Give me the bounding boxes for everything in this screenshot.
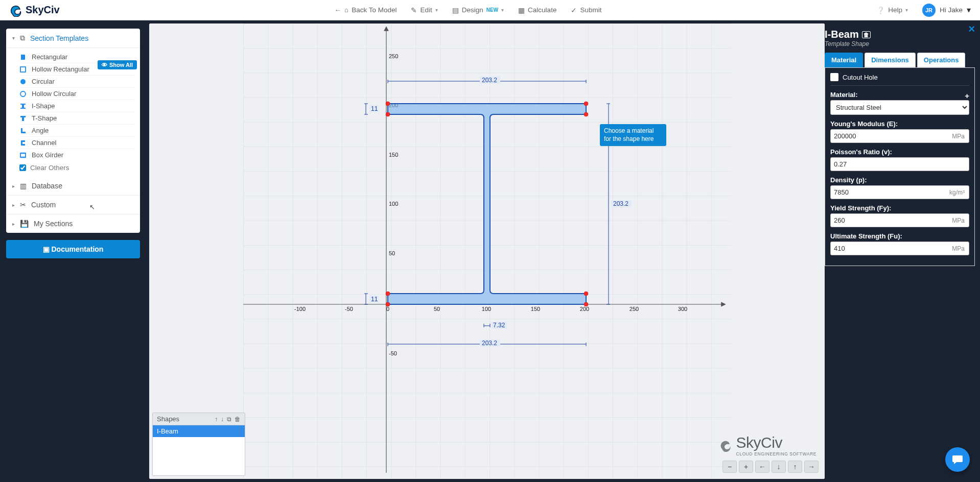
material-label: Material:	[830, 91, 857, 99]
delete-button[interactable]: 🗑	[235, 416, 241, 423]
tab-material[interactable]: Material	[825, 53, 863, 67]
svg-text:203.2: 203.2	[482, 77, 497, 84]
database-header[interactable]: ▸ ▥ Database	[6, 177, 140, 196]
help-label: Help	[888, 6, 902, 14]
channel-icon	[19, 139, 27, 147]
i-shape-icon	[19, 103, 27, 110]
move-down-button[interactable]: ↓	[221, 416, 224, 423]
template-angle[interactable]: Angle	[19, 125, 134, 137]
calculate-button[interactable]: ▦ Calculate	[518, 6, 556, 14]
ultimate-strength-input[interactable]	[831, 242, 948, 255]
box-girder-icon	[19, 152, 27, 159]
poisson-ratio-input[interactable]	[831, 158, 969, 171]
svg-text:0: 0	[386, 306, 389, 312]
trash-icon[interactable]: 🗑	[862, 31, 871, 38]
material-select[interactable]: Structural Steel	[831, 101, 969, 114]
database-icon: ▥	[20, 182, 27, 190]
tmpl-label: Rectangular	[32, 53, 67, 61]
book-icon: ▣	[43, 245, 52, 253]
unit-mpa: MPa	[948, 245, 969, 252]
pan-down-button[interactable]: ↓	[772, 461, 786, 473]
my-sections-header[interactable]: ▸ 💾 My Sections	[6, 214, 140, 233]
hollow-circle-icon	[19, 90, 27, 98]
tab-dimensions[interactable]: Dimensions	[865, 53, 916, 67]
svg-text:-50: -50	[345, 306, 353, 312]
yield-strength-input[interactable]	[831, 214, 948, 227]
close-panel-button[interactable]: ×	[968, 22, 975, 36]
svg-text:150: 150	[389, 152, 398, 158]
poisson-label: Poisson's Ratio (v):	[830, 148, 969, 156]
t-shape-icon	[19, 115, 27, 122]
custom-label: Custom	[31, 201, 56, 209]
custom-header[interactable]: ▸ ✂ Custom ↖	[6, 196, 140, 214]
wm-sub: CLOUD ENGINEERING SOFTWARE	[736, 451, 816, 456]
unit-mpa: MPa	[948, 217, 969, 224]
tmpl-label: I-Shape	[32, 102, 55, 110]
pan-right-button[interactable]: →	[804, 461, 819, 473]
move-up-button[interactable]: ↑	[215, 416, 218, 423]
unit-kgm3: kg/m³	[945, 189, 969, 196]
density-input[interactable]	[831, 186, 945, 199]
back-to-model-button[interactable]: ← ⌂ Back To Model	[335, 6, 397, 14]
checkbox-icon[interactable]	[830, 73, 838, 81]
calculator-icon: ▦	[518, 6, 525, 14]
svg-rect-1	[20, 67, 26, 72]
template-hollow-circular[interactable]: Hollow Circular	[19, 88, 134, 100]
section-canvas[interactable]: -100 -50 0 50 100 150 200 250 300 250 20…	[149, 23, 825, 479]
chat-button[interactable]	[945, 447, 970, 472]
template-box-girder[interactable]: Box Girder	[19, 149, 134, 161]
shapes-panel: Shapes ↑ ↓ ⧉ 🗑 I-Beam	[152, 413, 245, 476]
watermark: SkyCiv CLOUD ENGINEERING SOFTWARE	[719, 434, 816, 456]
svg-text:200: 200	[580, 306, 589, 312]
section-templates-header[interactable]: ▾ ⧉ Section Templates	[6, 29, 140, 48]
template-circular[interactable]: Circular	[19, 76, 134, 88]
user-avatar[interactable]: JR	[922, 4, 936, 17]
documentation-button[interactable]: ▣ Documentation	[6, 240, 140, 258]
young-modulus-input[interactable]	[831, 130, 948, 142]
svg-point-25	[386, 102, 390, 106]
design-menu[interactable]: ▤ Design NEW ▾	[452, 6, 504, 14]
hollow-rect-icon	[19, 66, 27, 73]
density-label: Density (p):	[830, 176, 969, 184]
clear-label: Clear Others	[30, 164, 69, 172]
zoom-in-button[interactable]: +	[739, 461, 753, 473]
doc-label: Documentation	[52, 245, 104, 253]
model-icon: ⌂	[344, 6, 348, 14]
tmpl-label: Circular	[32, 78, 55, 85]
duplicate-button[interactable]: ⧉	[227, 416, 231, 423]
cursor-icon: ↖	[89, 203, 95, 211]
template-i-shape[interactable]: I-Shape	[19, 100, 134, 112]
svg-text:50: 50	[434, 306, 440, 312]
edit-menu[interactable]: ✎ Edit ▾	[411, 6, 437, 14]
pan-up-button[interactable]: ↑	[788, 461, 802, 473]
chevron-down-icon: ▾	[435, 7, 438, 13]
svg-text:100: 100	[389, 201, 398, 207]
top-nav-bar: SkyCiv ← ⌂ Back To Model ✎ Edit ▾ ▤ Desi…	[0, 0, 980, 20]
chevron-down-icon: ▾	[501, 7, 504, 13]
clear-others-toggle[interactable]: Clear Others	[19, 161, 134, 172]
clear-others-checkbox[interactable]	[19, 164, 26, 171]
show-all-button[interactable]: 👁 Show All	[98, 60, 137, 69]
show-all-label: Show All	[109, 62, 133, 68]
shape-row-ibeam[interactable]: I-Beam	[153, 425, 245, 437]
svg-text:100: 100	[482, 306, 491, 312]
svg-point-26	[584, 102, 588, 106]
pencil-icon: ✎	[411, 6, 417, 14]
logo[interactable]: SkyCiv	[9, 4, 60, 17]
tmpl-label: T-Shape	[32, 114, 57, 122]
cutout-label: Cutout Hole	[843, 74, 878, 81]
template-t-shape[interactable]: T-Shape	[19, 112, 134, 125]
submit-button[interactable]: ✓ Submit	[571, 6, 601, 14]
template-channel[interactable]: Channel	[19, 137, 134, 149]
help-menu[interactable]: ❔ Help ▾	[876, 6, 908, 14]
svg-point-27	[386, 112, 390, 116]
cutout-hole-toggle[interactable]: Cutout Hole	[830, 73, 969, 86]
pan-left-button[interactable]: ←	[755, 461, 769, 473]
add-material-button[interactable]: +	[965, 91, 969, 100]
svg-text:300: 300	[678, 306, 687, 312]
zoom-out-button[interactable]: −	[722, 461, 737, 473]
custom-icon: ✂	[20, 201, 26, 209]
tab-operations[interactable]: Operations	[917, 53, 966, 67]
ms-label: My Sections	[34, 220, 73, 228]
chevron-down-icon[interactable]: ▾	[967, 5, 971, 15]
